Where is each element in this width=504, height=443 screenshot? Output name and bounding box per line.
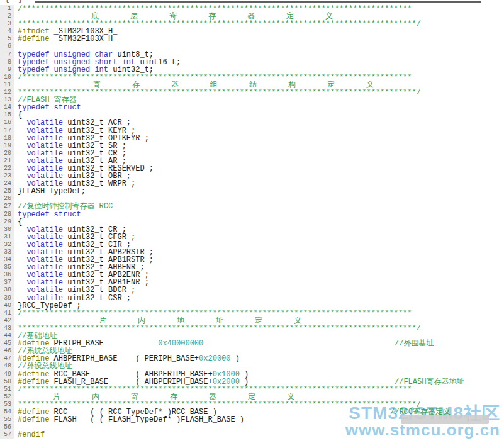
line-number: 19 — [0, 142, 14, 150]
code-text: ****************************************… — [18, 89, 421, 96]
line-number: 48 — [0, 362, 14, 370]
code-segment: FLASH — [54, 415, 77, 424]
line-number: 37 — [0, 279, 14, 286]
line-number: 14 — [0, 104, 14, 111]
line-number: 43 — [0, 325, 14, 332]
code-segment: typedef struct — [18, 103, 81, 112]
line-number: 4 — [0, 28, 14, 35]
line-number: 10 — [0, 74, 14, 81]
code-line[interactable]: 51/*************************************… — [0, 386, 504, 393]
top-border-line — [35, 1, 481, 3]
code-segment — [117, 354, 135, 363]
line-number: 35 — [0, 264, 14, 271]
line-number: 18 — [0, 135, 14, 142]
line-number: 49 — [0, 371, 14, 378]
line-number: 17 — [0, 127, 14, 135]
line-number: 26 — [0, 195, 14, 203]
line-number: 21 — [0, 157, 14, 165]
code-editor[interactable]: 1/**************************************… — [0, 5, 504, 439]
line-number: 40 — [0, 302, 14, 310]
code-segment: _STM32F103X_H_ — [54, 35, 118, 43]
line-number: 32 — [0, 241, 14, 249]
screenshot-root: { "page": { "top_partial_text": "{ }", "… — [0, 0, 504, 443]
code-text: typedef struct — [18, 104, 81, 111]
code-segment: typedef struct — [18, 210, 81, 219]
comment-text: ****************************************… — [18, 88, 421, 97]
code-segment — [77, 415, 91, 424]
line-number: 20 — [0, 150, 14, 157]
line-number: 24 — [0, 180, 14, 188]
code-text: /***************************************… — [18, 386, 412, 393]
line-number: 38 — [0, 286, 14, 294]
line-number: 29 — [0, 218, 14, 226]
line-number: 11 — [0, 81, 14, 89]
line-number: 12 — [0, 89, 14, 96]
line-number: 31 — [0, 233, 14, 241]
code-line[interactable]: 43**************************************… — [0, 325, 504, 332]
line-number: 7 — [0, 51, 14, 59]
line-number: 44 — [0, 332, 14, 340]
code-text: typedef struct — [18, 211, 81, 218]
line-number: 22 — [0, 165, 14, 172]
code-segment: ) — [231, 354, 240, 363]
line-number: 3 — [0, 20, 14, 28]
line-number: 33 — [0, 249, 14, 256]
line-number: 41 — [0, 310, 14, 317]
line-number: 13 — [0, 96, 14, 104]
line-number: 52 — [0, 393, 14, 401]
line-number: 1 — [0, 5, 14, 13]
code-text: }FLASH_TypeDef; — [18, 188, 86, 195]
line-number: 39 — [0, 294, 14, 302]
line-number: 47 — [0, 355, 14, 362]
code-segment: #endif — [18, 430, 45, 439]
code-segment — [104, 339, 158, 348]
line-number: 54 — [0, 408, 14, 416]
code-line[interactable]: 47#define AHBPERIPH_BASE ( PERIPH_BASE+0… — [0, 355, 504, 362]
code-segment: }FLASH_TypeDef; — [18, 187, 86, 196]
line-number: 9 — [0, 66, 14, 74]
comment-text: //外围基址 — [395, 340, 434, 347]
line-number: 53 — [0, 401, 14, 408]
blur-artifact — [401, 415, 489, 424]
code-segment: ( ( FLASH_TypeDef* )FLASH_R_BASE ) — [90, 415, 244, 424]
code-text: #endif — [18, 431, 45, 439]
code-text: ****************************************… — [18, 325, 421, 332]
line-number: 56 — [0, 423, 14, 431]
line-number: 6 — [0, 43, 14, 50]
code-line[interactable]: 56 — [0, 423, 504, 431]
line-number: 46 — [0, 347, 14, 355]
line-number: 25 — [0, 188, 14, 195]
line-number: 8 — [0, 59, 14, 66]
code-segment: #define — [18, 415, 54, 424]
line-number: 50 — [0, 378, 14, 386]
top-clipped-text: { } — [5, 0, 25, 3]
line-number: 51 — [0, 386, 14, 393]
code-text: #define _STM32F103X_H_ — [18, 35, 117, 43]
code-segment: #define — [18, 35, 54, 43]
code-line[interactable]: 5#define _STM32F103X_H_ — [0, 35, 504, 43]
line-number: 23 — [0, 172, 14, 180]
line-number: 55 — [0, 416, 14, 423]
code-line[interactable]: 45#define PERIPH_BASE 0x40000000//外围基址 — [0, 340, 504, 347]
comment-text: ****************************************… — [18, 324, 421, 333]
code-line[interactable]: 57#endif — [0, 431, 504, 439]
code-segment: 0x40000000 — [158, 339, 203, 348]
line-number: 5 — [0, 35, 14, 43]
line-number: 30 — [0, 226, 14, 233]
line-number: 27 — [0, 203, 14, 210]
code-text: #define FLASH ( ( FLASH_TypeDef* )FLASH_… — [18, 416, 244, 423]
code-segment: 0x20000 — [199, 354, 230, 363]
code-line[interactable]: 28typedef struct — [0, 211, 504, 218]
line-number: 57 — [0, 431, 14, 439]
line-number: 28 — [0, 211, 14, 218]
code-line[interactable]: 55#define FLASH ( ( FLASH_TypeDef* )FLAS… — [0, 416, 504, 423]
line-number: 15 — [0, 111, 14, 119]
code-line[interactable]: 14typedef struct — [0, 104, 504, 111]
code-line[interactable]: 25}FLASH_TypeDef; — [0, 188, 504, 195]
line-number: 45 — [0, 340, 14, 347]
line-number: 2 — [0, 13, 14, 20]
line-number: 42 — [0, 317, 14, 325]
line-number: 36 — [0, 271, 14, 279]
line-number: 34 — [0, 256, 14, 264]
code-segment: ( PERIPH_BASE+ — [135, 354, 199, 363]
